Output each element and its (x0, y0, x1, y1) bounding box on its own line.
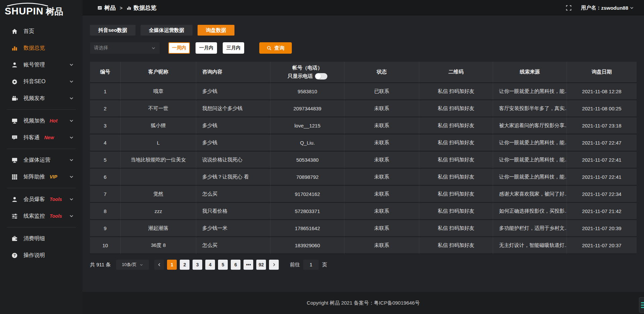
cell-source[interactable]: 被大家追着问的客厅投影分享... (493, 117, 567, 135)
cell-nickname: 狐小狸 (121, 117, 196, 135)
goto-page-input[interactable] (303, 260, 319, 270)
tab-3[interactable]: 询盘数据 (198, 25, 234, 36)
sidebar-item-clue-monitor[interactable]: 线索监控Tools (0, 208, 83, 224)
wallet-icon (11, 235, 18, 242)
question-icon: ? (11, 252, 18, 259)
column-header-3: 咨询内容 (196, 62, 271, 83)
column-header-label: 帐号（电话） (271, 65, 344, 71)
video-publish-icon (11, 95, 18, 102)
prev-page-button[interactable] (154, 260, 164, 270)
cell-date: 2021-11-07 22:41 (567, 152, 637, 169)
sidebar-item-label: 消费明细 (23, 235, 45, 242)
sidebar-item-douyin-seo[interactable]: 抖音SEO (0, 73, 83, 90)
cell-status: 未联系 (344, 169, 419, 186)
page-size-select[interactable]: 10条/页 (116, 260, 149, 270)
cell-qrcode[interactable]: 私信 扫码加好友 (419, 83, 493, 100)
cell-qrcode[interactable]: 私信 扫码加好友 (419, 135, 493, 152)
home-icon (11, 28, 18, 35)
grid-icon (11, 174, 18, 180)
page-button-3[interactable]: 3 (193, 260, 202, 270)
sidebar-item-video-heating[interactable]: 视频加热Hot (0, 112, 83, 129)
user-icon (11, 62, 18, 68)
sidebar-item-account-manage[interactable]: 账号管理 (0, 56, 83, 73)
cell-qrcode[interactable]: 私信 扫码加好友 (419, 237, 493, 254)
sidebar-item-home[interactable]: 首页 (0, 23, 83, 40)
sidebar-item-label: 账号管理 (23, 61, 45, 68)
tab-2[interactable]: 全媒体运营数据 (141, 25, 193, 36)
cell-account: 2097344839 (271, 100, 344, 117)
page-button-2[interactable]: 2 (180, 260, 190, 270)
next-page-button[interactable] (269, 260, 279, 270)
floating-widget[interactable] (639, 297, 644, 313)
cell-account: 183929060 (271, 237, 344, 254)
cell-qrcode[interactable]: 私信 扫码加好友 (419, 169, 493, 186)
range-button-2[interactable]: 一月内 (196, 42, 217, 54)
chevron-down-icon (69, 174, 74, 179)
cell-qrcode[interactable]: 私信 扫码加好友 (419, 117, 493, 135)
pagination: 共 911 条10条/页123456•••92前往页 (90, 260, 637, 270)
cell-inquiry: 多少钱 (196, 83, 271, 100)
chevron-down-icon (69, 135, 74, 140)
cell-date: 2021-11-07 22:34 (567, 186, 637, 203)
chevron-down-icon[interactable] (630, 6, 634, 10)
cell-source[interactable]: 让你一眼就爱上的黑科技，能... (493, 169, 567, 186)
cell-qrcode[interactable]: 私信 扫码加好友 (419, 220, 493, 237)
cell-account: 70898792 (271, 169, 344, 186)
cell-qrcode[interactable]: 私信 扫码加好友 (419, 100, 493, 117)
cell-inquiry: 多少钱 (196, 117, 271, 135)
sidebar-item-member-leads[interactable]: 会员爆客Tools (0, 191, 83, 208)
sidebar-item-operation-guide[interactable]: ?操作说明 (0, 247, 83, 264)
page-button-5[interactable]: 5 (218, 260, 228, 270)
page-unit-label: 页 (322, 262, 327, 268)
cell-source[interactable]: 多功能护栏灯，适用于乡村文... (493, 220, 567, 237)
cell-source[interactable]: 让你一眼就爱上的黑科技，能... (493, 152, 567, 169)
cell-source[interactable]: 无主灯设计，智能磁吸轨道灯... (493, 237, 567, 254)
table-row: 3狐小狸多少钱love__1215未联系私信 扫码加好友被大家追着问的客厅投影分… (90, 117, 637, 135)
page-button-92[interactable]: 92 (256, 260, 266, 270)
cell-source[interactable]: 让你一眼就爱上的黑科技，能... (493, 135, 567, 152)
page-button-1[interactable]: 1 (167, 260, 177, 270)
sidebar-item-matrix-boost[interactable]: 矩阵助推VIP (0, 168, 83, 185)
phone-only-toggle[interactable] (315, 73, 327, 80)
username-value[interactable]: zswodun88 (601, 5, 628, 11)
sidebar-item-label: 视频加热 (23, 117, 45, 124)
more-pages-button[interactable]: ••• (244, 260, 253, 270)
range-button-3[interactable]: 三月内 (223, 42, 244, 54)
sidebar-divider (7, 227, 76, 227)
sidebar-item-douketong[interactable]: 抖客通New (0, 129, 83, 146)
page-button-4[interactable]: 4 (205, 260, 215, 270)
chevron-down-icon (69, 96, 74, 101)
cell-no: 8 (90, 203, 121, 220)
breadcrumb-item-root[interactable]: 树品 (104, 4, 116, 12)
cell-nickname: 潮起潮落 (121, 220, 196, 237)
query-button-label: 查询 (274, 45, 284, 51)
cell-qrcode[interactable]: 私信 扫码加好友 (419, 203, 493, 220)
table-row: 8zzz我只看价格572803371未联系私信 扫码加好友如何正确选择投影仪，买… (90, 203, 637, 220)
query-button[interactable]: 查询 (259, 42, 292, 54)
cell-source[interactable]: 感谢大家喜欢我家，被问了好... (493, 186, 567, 203)
sidebar-menu: 首页数据总览账号管理抖音SEO视频发布视频加热Hot抖客通New全媒体运营矩阵助… (0, 20, 83, 264)
page-button-6[interactable]: 6 (231, 260, 240, 270)
cell-source[interactable]: 如何正确选择投影仪，买投影... (493, 203, 567, 220)
sidebar-item-data-overview[interactable]: 数据总览 (0, 40, 83, 56)
sidebar-item-video-publish[interactable]: 视频发布 (0, 90, 83, 107)
cell-no: 2 (90, 100, 121, 117)
chevron-down-icon (151, 46, 156, 50)
filter-select[interactable]: 请选择 (90, 42, 160, 54)
tab-1[interactable]: 抖音seo数据 (90, 25, 136, 36)
sidebar: SHUPIN 树品 首页数据总览账号管理抖音SEO视频发布视频加热Hot抖客通N… (0, 0, 83, 314)
sidebar-item-consume-detail[interactable]: 消费明细 (0, 230, 83, 247)
svg-text:?: ? (13, 253, 16, 257)
breadcrumb-item-current: 数据总览 (133, 4, 156, 12)
sidebar-divider (7, 149, 76, 149)
cell-no: 6 (90, 169, 121, 186)
cell-source[interactable]: 客厅安装投影半年多了，真实... (493, 100, 567, 117)
range-button-1[interactable]: 一周内 (168, 42, 190, 54)
cell-source[interactable]: 让你一眼就爱上的黑科技，能... (493, 83, 567, 100)
cell-qrcode[interactable]: 私信 扫码加好友 (419, 152, 493, 169)
cell-nickname: 觉然 (121, 186, 196, 203)
sidebar-item-media-operation[interactable]: 全媒体运营 (0, 152, 83, 168)
cell-qrcode[interactable]: 私信 扫码加好友 (419, 186, 493, 203)
cell-inquiry: 多少钱一米 (196, 220, 271, 237)
fullscreen-icon[interactable] (566, 5, 572, 11)
